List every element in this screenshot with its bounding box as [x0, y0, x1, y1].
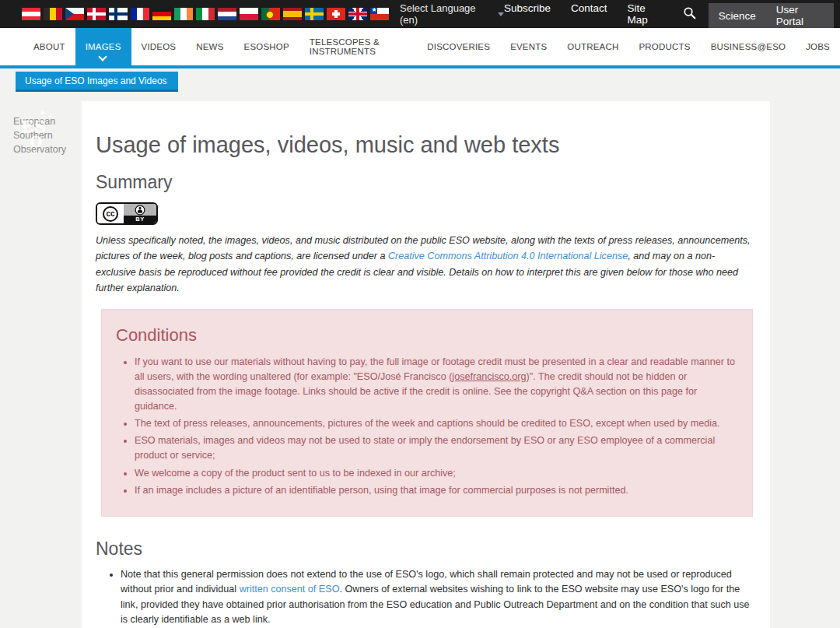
list-item: We welcome a copy of the product sent to… [135, 466, 740, 481]
search-icon [683, 6, 696, 23]
france-flag-icon[interactable] [131, 8, 149, 20]
topbar-links: SubscribeContactSite Map [504, 2, 663, 26]
plus-star-icon: + [32, 148, 37, 157]
switzerland-flag-icon[interactable] [327, 8, 345, 20]
finland-flag-icon[interactable] [109, 8, 128, 20]
org-name-line: Observatory [13, 143, 79, 157]
search-button[interactable] [683, 6, 696, 23]
nav-item-label: ESOSHOP [244, 42, 289, 51]
notes-list: Note that this general permission does n… [96, 567, 753, 628]
sidebar: ES O ✦ + + + European Southern Observato… [13, 107, 79, 156]
nav-item-business-eso[interactable]: BUSINESS@ESO [701, 28, 796, 65]
chevron-down-icon [98, 52, 107, 61]
attribution-person-icon [124, 204, 156, 216]
notes-heading: Notes [96, 539, 753, 560]
text-link[interactable]: Creative Commons Attribution 4.0 Interna… [388, 251, 628, 261]
nav-item-images[interactable]: IMAGES [75, 28, 131, 65]
portugal-flag-icon[interactable] [261, 8, 280, 20]
nav-item-label: JOBS [806, 42, 830, 51]
nav-item-about[interactable]: ABOUT [23, 28, 75, 65]
page-title: Usage of images, videos, music and web t… [96, 132, 753, 158]
breadcrumb-bar: Usage of ESO Images and Videos [0, 72, 840, 93]
nav-item-label: EVENTS [510, 42, 547, 51]
cc-by-license-badge[interactable]: cc BY [96, 202, 158, 225]
list-item: The text of press releases, announcement… [135, 416, 740, 431]
nav-item-label: ABOUT [33, 42, 65, 51]
nav-item-label: OUTREACH [567, 42, 618, 51]
nav-item-label: IMAGES [86, 42, 121, 51]
portal-button-user-portal[interactable]: User Portal [766, 3, 834, 28]
italy-flag-icon[interactable] [196, 8, 215, 20]
flag-list [22, 8, 389, 20]
conditions-list: If you want to use our materials without… [110, 355, 740, 498]
text-span: If an image includes a picture of an ide… [135, 485, 628, 496]
topbar-link-subscribe[interactable]: Subscribe [504, 2, 551, 26]
czech-republic-flag-icon[interactable] [65, 8, 84, 20]
nav-item-events[interactable]: EVENTS [500, 28, 557, 65]
list-item: If an image includes a picture of an ide… [135, 483, 740, 498]
top-utility-bar: Select Language (en) SubscribeContactSit… [0, 0, 840, 28]
netherlands-flag-icon[interactable] [218, 8, 236, 20]
germany-flag-icon[interactable] [152, 8, 171, 20]
nav-item-videos[interactable]: VIDEOS [131, 28, 187, 65]
austria-flag-icon[interactable] [22, 8, 40, 20]
nav-item-telescopes-instruments[interactable]: TELESCOPES & INSTRUMENTS [299, 28, 417, 65]
belgium-flag-icon[interactable] [44, 8, 62, 20]
topbar-link-contact[interactable]: Contact [571, 2, 607, 26]
list-item: ESO materials, images and videos may not… [135, 433, 740, 463]
text-span: ESO materials, images and videos may not… [135, 435, 715, 461]
language-selector[interactable]: Select Language (en) [400, 2, 504, 26]
nav-item-label: NEWS [196, 42, 223, 51]
list-item: Note that this general permission does n… [121, 567, 753, 628]
text-span: We welcome a copy of the product sent to… [135, 468, 456, 479]
portal-button-science[interactable]: Science [709, 3, 766, 28]
conditions-heading: Conditions [116, 325, 740, 346]
nav-item-outreach[interactable]: OUTREACH [557, 28, 628, 65]
language-selector-label: Select Language (en) [400, 2, 492, 26]
cc-badge-right: BY [124, 204, 156, 223]
plus-star-icon: + [48, 112, 53, 121]
nav-item-label: BUSINESS@ESO [711, 42, 786, 51]
nav-item-jobs[interactable]: JOBS [796, 28, 840, 65]
nav-item-label: TELESCOPES & INSTRUMENTS [310, 37, 407, 56]
summary-paragraph: Unless specifically noted, the images, v… [96, 233, 753, 296]
nav-item-esoshop[interactable]: ESOSHOP [234, 28, 299, 65]
text-span: The text of press releases, announcement… [135, 418, 720, 429]
main-content: Usage of images, videos, music and web t… [82, 101, 770, 628]
portal-buttons: ScienceUser Portal [709, 3, 834, 28]
breadcrumb[interactable]: Usage of ESO Images and Videos [16, 72, 178, 92]
spain-flag-icon[interactable] [283, 8, 302, 20]
list-item: If you want to use our materials without… [135, 355, 740, 415]
cc-by-label: BY [124, 216, 156, 223]
united-kingdom-flag-icon[interactable] [348, 8, 367, 20]
nav-item-label: PRODUCTS [639, 42, 690, 51]
plus-star-icon: + [15, 123, 19, 132]
sweden-flag-icon[interactable] [305, 8, 324, 20]
nav-item-discoveries[interactable]: DISCOVERIES [417, 28, 500, 65]
notes-section: Notes Note that this general permission … [96, 539, 753, 628]
ireland-flag-icon[interactable] [174, 8, 193, 20]
nav-item-label: VIDEOS [142, 42, 177, 51]
nav-item-products[interactable]: PRODUCTS [628, 28, 700, 65]
main-nav: ABOUTIMAGESVIDEOSNEWSESOSHOPTELESCOPES &… [0, 28, 840, 68]
cc-badge-left: cc [97, 204, 124, 223]
nav-item-label: DISCOVERIES [427, 42, 490, 51]
text-link[interactable]: written consent of ESO [240, 584, 340, 595]
poland-flag-icon[interactable] [240, 8, 258, 20]
star-icon: ✦ [39, 108, 46, 118]
conditions-box: Conditions If you want to use our materi… [101, 309, 753, 517]
denmark-flag-icon[interactable] [87, 8, 106, 20]
summary-heading: Summary [96, 172, 753, 193]
caret-down-icon [498, 12, 504, 16]
nav-item-news[interactable]: NEWS [186, 28, 233, 65]
text-link[interactable]: josefrancisco.org [452, 371, 526, 382]
creative-commons-icon: cc [103, 206, 118, 222]
topbar-link-site-map[interactable]: Site Map [628, 2, 663, 26]
chile-flag-icon[interactable] [370, 8, 389, 20]
